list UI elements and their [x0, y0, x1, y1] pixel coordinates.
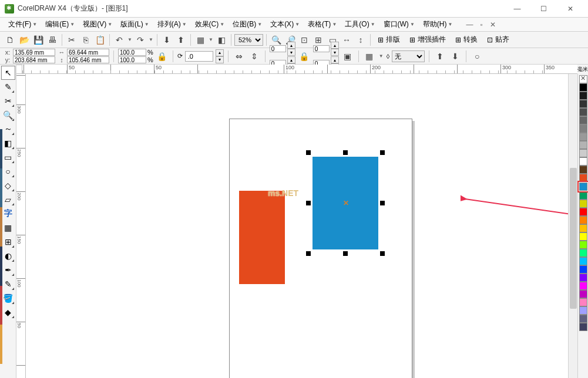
scroll-thumb[interactable] — [570, 168, 577, 309]
menu-table[interactable]: 表格(T)▼ — [304, 18, 340, 31]
swatch-14[interactable] — [579, 191, 587, 200]
fill-tool[interactable]: 🪣 — [1, 291, 15, 305]
handle-bl[interactable] — [306, 251, 311, 256]
mirror-v-button[interactable]: ⇕ — [248, 50, 261, 63]
selection-center[interactable]: ✕ — [343, 200, 349, 206]
export-button[interactable]: ⬆ — [174, 33, 187, 46]
layout-button[interactable]: ⊞ 排版 — [374, 33, 404, 46]
app-launcher-button[interactable]: ▦ — [194, 33, 207, 46]
open-button[interactable]: 📂 — [18, 33, 31, 46]
handle-mr[interactable] — [380, 201, 385, 205]
swatch-16[interactable] — [579, 208, 587, 216]
swatch-13[interactable] — [579, 183, 587, 191]
zoom-height-button[interactable]: ↕ — [354, 33, 367, 46]
undo-dropdown[interactable]: ▼ — [127, 37, 133, 42]
horizontal-ruler[interactable]: 5050100200300350 — [22, 65, 577, 74]
width-input[interactable] — [67, 49, 109, 56]
import-button[interactable]: ⬇ — [160, 33, 173, 46]
copy-button[interactable]: ⎘ — [79, 33, 92, 46]
basic-shapes-tool[interactable]: ▱ — [1, 193, 15, 207]
handle-ml[interactable] — [306, 201, 311, 205]
menu-bitmap[interactable]: 位图(B)▼ — [229, 18, 266, 31]
menu-view[interactable]: 视图(V)▼ — [79, 18, 116, 31]
swatch-5[interactable] — [579, 116, 587, 124]
menu-tools[interactable]: 工具(O)▼ — [341, 18, 378, 31]
to-back-button[interactable]: ⬇ — [449, 50, 462, 63]
menu-file[interactable]: 文件(F)▼ — [5, 18, 41, 31]
vertical-scrollbar[interactable] — [568, 74, 577, 378]
corner-tl-input[interactable] — [270, 45, 286, 52]
welcome-button[interactable]: ◧ — [215, 33, 228, 46]
menu-window[interactable]: 窗口(W)▼ — [380, 18, 418, 31]
menu-effects[interactable]: 效果(C)▼ — [191, 18, 229, 31]
canvas[interactable]: ms.NET ✕ — [26, 74, 568, 378]
eyedropper-tool[interactable]: ✒ — [1, 263, 15, 277]
interactive-tool[interactable]: ◐ — [1, 249, 15, 263]
handle-tm[interactable] — [343, 150, 348, 155]
freehand-tool[interactable]: ～ — [1, 122, 15, 136]
minimize-button[interactable]: — — [504, 1, 530, 17]
dimension-tool[interactable]: ⊞ — [1, 235, 15, 249]
crop-tool[interactable]: ✂ — [1, 94, 15, 108]
swatch-21[interactable] — [579, 249, 587, 257]
doc-minimize-button[interactable]: — — [464, 21, 475, 29]
zoom-tool[interactable]: 🔍 — [1, 108, 15, 122]
swatch-9[interactable] — [579, 149, 587, 157]
swatch-17[interactable] — [579, 216, 587, 224]
interactive-fill-tool[interactable]: ◆ — [1, 305, 15, 319]
outline-tool[interactable]: ✎ — [1, 277, 15, 291]
redo-button[interactable]: ↷ — [134, 33, 147, 46]
vertical-ruler[interactable]: 30025020015010050 — [16, 74, 26, 378]
corner-tr-input[interactable] — [313, 45, 330, 52]
swatch-28[interactable] — [579, 306, 587, 315]
handle-br[interactable] — [380, 251, 385, 256]
lock-ratio-button[interactable]: 🔒 — [156, 50, 169, 63]
new-button[interactable]: 🗋 — [4, 33, 16, 46]
corner-style-button[interactable]: ▣ — [341, 50, 354, 63]
rectangle-tool[interactable]: ▭ — [1, 150, 15, 164]
swatch-30[interactable] — [579, 323, 587, 331]
scale-x-input[interactable] — [118, 49, 146, 56]
swatch-23[interactable] — [579, 265, 587, 274]
doc-restore-button[interactable]: ▫ — [478, 21, 484, 29]
corner-lock-button[interactable]: 🔒 — [298, 50, 311, 63]
swatch-26[interactable] — [579, 290, 587, 298]
cut-button[interactable]: ✂ — [65, 33, 78, 46]
handle-tr[interactable] — [380, 150, 385, 155]
rotation-up[interactable]: ▴ — [216, 49, 224, 56]
zoom-width-button[interactable]: ↔ — [340, 33, 353, 46]
menu-text[interactable]: 文本(X)▼ — [267, 18, 303, 31]
swatch-24[interactable] — [579, 274, 587, 282]
table-tool[interactable]: ▦ — [1, 221, 15, 235]
menu-edit[interactable]: 编辑(E)▼ — [42, 18, 78, 31]
save-button[interactable]: 💾 — [32, 33, 45, 46]
handle-tl[interactable] — [306, 150, 311, 155]
zoom-selection-button[interactable]: ⊡ — [298, 33, 311, 46]
convert-button[interactable]: ⊞ 转换 — [451, 33, 482, 46]
handle-bm[interactable] — [343, 251, 348, 256]
menu-layout[interactable]: 版面(L)▼ — [117, 18, 153, 31]
zoom-select[interactable]: 52% — [234, 34, 263, 46]
convert-curves-button[interactable]: ○ — [471, 50, 483, 63]
swatch-10[interactable] — [579, 157, 587, 166]
pick-tool[interactable]: ↖ — [1, 66, 15, 80]
menu-arrange[interactable]: 排列(A)▼ — [154, 18, 190, 31]
menu-help[interactable]: 帮助(H)▼ — [419, 18, 456, 31]
scale-y-input[interactable] — [118, 56, 146, 63]
orange-rectangle[interactable] — [239, 191, 285, 284]
swatch-2[interactable] — [579, 92, 587, 100]
mirror-h-button[interactable]: ⇔ — [233, 50, 246, 63]
swatch-4[interactable] — [579, 108, 587, 116]
paste-button[interactable]: 📋 — [93, 33, 106, 46]
wrap-text-button[interactable]: ▦ — [363, 50, 376, 63]
swatch-19[interactable] — [579, 232, 587, 241]
swatch-15[interactable] — [579, 200, 587, 208]
swatch-22[interactable] — [579, 257, 587, 265]
swatch-0[interactable] — [579, 75, 587, 83]
swatch-11[interactable] — [579, 166, 587, 174]
rotation-input[interactable] — [185, 51, 213, 62]
smart-fill-tool[interactable]: ◧ — [1, 136, 15, 150]
rotation-down[interactable]: ▾ — [216, 56, 224, 63]
undo-button[interactable]: ↶ — [113, 33, 126, 46]
swatch-18[interactable] — [579, 224, 587, 232]
